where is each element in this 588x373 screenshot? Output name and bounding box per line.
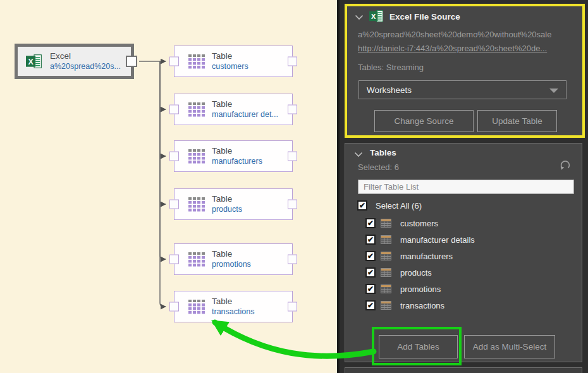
chevron-down-icon[interactable] xyxy=(354,152,363,157)
output-port[interactable] xyxy=(288,105,297,114)
table-node-title: Table xyxy=(212,146,262,156)
table-list-item-transactions[interactable]: ✔ transactions xyxy=(365,297,444,314)
excel-node-text: Excel a%20spread%20s... xyxy=(50,51,121,71)
table-item-label: customers xyxy=(400,219,438,228)
checkbox[interactable]: ✔ xyxy=(365,218,376,228)
output-port[interactable] xyxy=(288,152,297,161)
table-item-label: promotions xyxy=(400,284,441,294)
change-source-button[interactable]: Change Source xyxy=(374,110,474,132)
excel-source-node[interactable]: Excel a%20spread%20s... xyxy=(15,44,134,79)
table-icon xyxy=(381,235,391,244)
select-all-checkbox[interactable]: ✔ xyxy=(357,200,367,211)
table-node-title: Table xyxy=(212,99,278,109)
table-node-title: Table xyxy=(212,249,251,259)
source-link[interactable]: http://danielc-i7:443/a%20spread%20sheet… xyxy=(358,44,580,53)
tables-mode-label: Tables: Streaming xyxy=(358,63,424,72)
table-node-products[interactable]: Table products xyxy=(174,188,293,220)
worksheets-dropdown[interactable]: Worksheets xyxy=(358,80,567,99)
checkbox[interactable]: ✔ xyxy=(365,284,376,294)
app-window: X xyxy=(0,0,588,373)
table-node-subtitle: manufacturer det... xyxy=(212,110,278,119)
table-grid-icon xyxy=(188,300,205,314)
table-node-customers[interactable]: Table customers xyxy=(174,46,293,77)
table-node-subtitle: customers xyxy=(212,62,248,71)
table-item-label: products xyxy=(400,268,432,278)
output-port[interactable] xyxy=(288,200,297,209)
select-all-label: Select All (6) xyxy=(376,201,422,211)
chevron-down-icon[interactable] xyxy=(355,15,364,20)
input-port[interactable] xyxy=(169,57,179,66)
table-node-title: Table xyxy=(212,51,248,61)
table-node-subtitle: promotions xyxy=(212,260,251,269)
output-port[interactable] xyxy=(288,57,297,66)
table-node-subtitle: transactions xyxy=(212,307,254,317)
table-icon xyxy=(381,268,391,277)
table-icon xyxy=(381,219,391,228)
table-node-title: Table xyxy=(212,297,254,307)
select-all-row[interactable]: ✔ Select All (6) xyxy=(357,200,422,211)
table-node-transactions[interactable]: Table transactions xyxy=(174,291,293,322)
refresh-icon[interactable] xyxy=(559,159,572,171)
table-icon xyxy=(381,284,391,293)
table-grid-icon xyxy=(188,54,205,69)
excel-icon xyxy=(369,9,384,23)
table-node-manufacturer-details[interactable]: Table manufacturer det... xyxy=(174,94,293,125)
excel-node-subtitle: a%20spread%20s... xyxy=(50,62,121,71)
table-icon xyxy=(381,252,391,260)
checkbox[interactable]: ✔ xyxy=(365,251,376,261)
selected-count-label: Selected: 6 xyxy=(358,162,399,172)
checkbox[interactable]: ✔ xyxy=(365,267,376,278)
add-tables-button[interactable]: Add Tables xyxy=(379,335,458,358)
tables-section-title: Tables xyxy=(370,148,396,157)
input-port[interactable] xyxy=(169,302,179,312)
table-node-subtitle: manufacturers xyxy=(212,157,262,166)
table-grid-icon xyxy=(188,102,205,117)
table-list-item-customers[interactable]: ✔ customers xyxy=(365,215,438,231)
dropdown-value: Worksheets xyxy=(367,85,412,95)
table-node-subtitle: products xyxy=(212,205,242,214)
next-section-partial xyxy=(345,367,582,373)
table-node-title: Table xyxy=(212,194,242,204)
filter-table-list-input[interactable] xyxy=(358,180,574,194)
checkbox[interactable]: ✔ xyxy=(365,235,376,245)
properties-panel: Excel File Source a%20spread%20sheet%20d… xyxy=(337,0,588,373)
add-as-multi-select-button[interactable]: Add as Multi-Select xyxy=(464,335,555,358)
table-icon xyxy=(381,301,391,310)
table-list-item-promotions[interactable]: ✔ promotions xyxy=(365,281,441,297)
excel-file-source-section: Excel File Source a%20spread%20sheet%20d… xyxy=(345,4,585,138)
input-port[interactable] xyxy=(169,105,179,114)
table-list-item-manufacturers[interactable]: ✔ manufacturers xyxy=(365,248,453,264)
input-port[interactable] xyxy=(169,200,179,209)
table-node-manufacturers[interactable]: Table manufacturers xyxy=(174,140,293,172)
chevron-down-icon xyxy=(549,89,558,93)
table-node-promotions[interactable]: Table promotions xyxy=(174,243,293,275)
table-item-label: manufacturer details xyxy=(400,235,475,245)
table-list-item-manufacturer-details[interactable]: ✔ manufacturer details xyxy=(365,231,475,248)
update-table-button[interactable]: Update Table xyxy=(477,110,557,132)
flow-canvas[interactable]: Excel a%20spread%20s... Table customers … xyxy=(0,0,337,373)
source-section-title: Excel File Source xyxy=(389,12,460,21)
checkbox[interactable]: ✔ xyxy=(365,300,376,310)
excel-node-output-port[interactable] xyxy=(126,56,137,67)
table-grid-icon xyxy=(188,149,205,164)
output-port[interactable] xyxy=(288,255,297,264)
output-port[interactable] xyxy=(288,302,297,312)
source-filename: a%20spread%20sheet%20demo%20without%20sa… xyxy=(358,30,580,39)
table-list-item-products[interactable]: ✔ products xyxy=(365,264,432,281)
input-port[interactable] xyxy=(169,152,179,161)
tables-section: Tables Selected: 6 ✔ Select All (6) ✔ cu… xyxy=(345,143,582,362)
excel-icon xyxy=(26,54,42,69)
table-grid-icon xyxy=(188,197,205,212)
input-port[interactable] xyxy=(169,255,179,264)
table-grid-icon xyxy=(188,252,205,267)
table-item-label: transactions xyxy=(400,301,444,310)
table-item-label: manufacturers xyxy=(400,252,453,261)
excel-node-title: Excel xyxy=(50,51,121,61)
